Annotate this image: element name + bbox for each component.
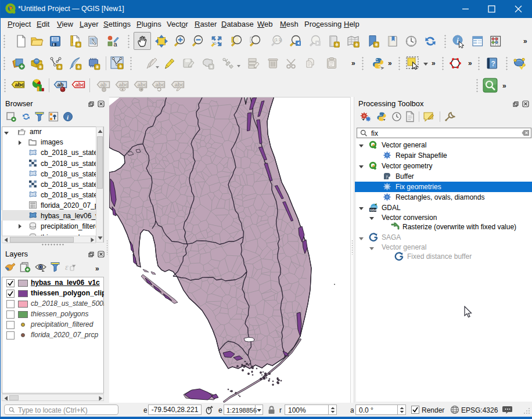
svg-text:ab: ab bbox=[100, 81, 107, 88]
svg-text:GDAL: GDAL bbox=[370, 208, 379, 212]
svg-text:ab: ab bbox=[57, 81, 64, 88]
svg-text:abc: abc bbox=[138, 81, 147, 88]
svg-text:abc: abc bbox=[119, 81, 128, 88]
svg-text:abc: abc bbox=[76, 81, 85, 88]
svg-text:abc: abc bbox=[156, 81, 165, 88]
svg-text:abc: abc bbox=[15, 81, 24, 88]
svg-text:abc: abc bbox=[175, 81, 184, 88]
svg-text:ε: ε bbox=[65, 263, 69, 272]
svg-text:(1:1): (1:1) bbox=[274, 38, 282, 42]
svg-text:?: ? bbox=[491, 60, 495, 68]
